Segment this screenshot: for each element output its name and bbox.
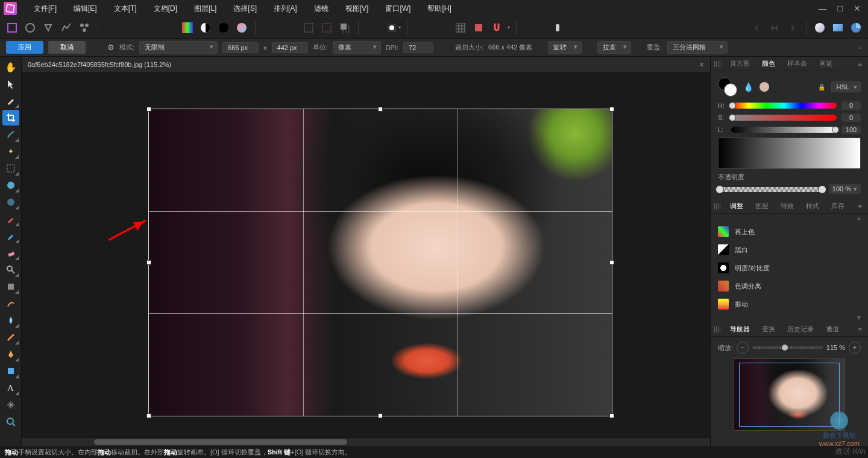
mesh-tool[interactable] (2, 397, 19, 413)
image-canvas[interactable] (148, 109, 612, 416)
lig-value[interactable]: 100 (841, 126, 861, 134)
adjustment-黑白[interactable]: 黑白 (711, 241, 868, 259)
panel-menu-icon[interactable]: ≡ (856, 326, 864, 333)
hand-tool[interactable]: ✋ (2, 59, 19, 75)
autolevels-icon[interactable] (234, 21, 249, 35)
zoom-out-button[interactable]: − (737, 342, 749, 354)
shape-rect-icon[interactable] (831, 21, 845, 35)
assistant-icon[interactable] (550, 21, 565, 35)
horizontal-scrollbar[interactable] (22, 437, 710, 446)
color-swatches[interactable] (718, 77, 737, 97)
canvas-view[interactable] (22, 72, 710, 437)
crop-handle-tm[interactable] (378, 107, 383, 112)
lig-slider[interactable] (731, 127, 837, 133)
shape-tool[interactable] (2, 363, 19, 379)
lock-icon[interactable]: 🔒 (818, 84, 825, 91)
mixer-brush-tool[interactable] (2, 228, 19, 244)
scroll-down-icon[interactable]: ▼ (856, 314, 862, 321)
sat-value[interactable]: 0 (841, 113, 861, 122)
text-tool[interactable]: A (2, 380, 19, 396)
blur-tool[interactable] (2, 313, 19, 328)
zoom-slider[interactable] (752, 346, 823, 349)
menu-filter[interactable]: 滤镜 (306, 1, 337, 16)
menu-edit[interactable]: 编辑[E] (65, 1, 105, 16)
crop-handle-mr[interactable] (609, 260, 614, 265)
crop-width-input[interactable]: 666 px (222, 42, 259, 53)
erase-tool[interactable] (2, 245, 19, 261)
more-options-icon[interactable]: » (858, 44, 862, 51)
color-model-select[interactable]: HSL (831, 81, 861, 92)
tab-layers[interactable]: 图层 (750, 200, 773, 212)
tab-history[interactable]: 历史记录 (782, 323, 819, 336)
zoom-tool[interactable] (2, 414, 19, 430)
adjustment-明度/对比度[interactable]: 明度/对比度 (711, 259, 868, 277)
magic-tool[interactable]: ✦ (2, 144, 19, 159)
recent-color-chip[interactable] (760, 82, 769, 92)
prev-icon[interactable] (749, 21, 764, 35)
opacity-value[interactable]: 100 % (829, 184, 861, 194)
crop-handle-tr[interactable] (609, 107, 614, 112)
flip-h-icon[interactable] (767, 21, 782, 35)
next-icon[interactable] (785, 21, 800, 35)
menu-window[interactable]: 窗口[W] (377, 1, 419, 16)
hue-value[interactable]: 0 (841, 101, 861, 110)
panel-grip-icon[interactable] (714, 326, 720, 332)
sharpen-tool[interactable] (2, 329, 19, 345)
persona-export-icon[interactable] (77, 21, 92, 35)
autowb-icon[interactable] (216, 21, 231, 35)
tab-transform[interactable]: 变换 (757, 323, 780, 336)
tab-brushes[interactable]: 画笔 (814, 57, 837, 70)
close-icon[interactable]: ✕ (854, 4, 861, 13)
apply-button[interactable]: 应用 (6, 41, 43, 54)
crop-handle-bm[interactable] (378, 413, 383, 418)
crop-handle-bl[interactable] (146, 413, 151, 418)
adjustment-色调分离[interactable]: 色调分离 (711, 277, 868, 295)
grid-icon[interactable] (453, 21, 468, 35)
menu-layer[interactable]: 图层[L] (186, 1, 225, 16)
panel-grip-icon[interactable] (714, 61, 720, 67)
shape-pie-icon[interactable] (849, 21, 863, 35)
healing-tool[interactable] (2, 296, 19, 311)
menu-file[interactable]: 文件[F] (25, 1, 65, 16)
opacity-slider[interactable] (718, 187, 824, 192)
crop-tool[interactable] (2, 110, 19, 126)
persona-tone-icon[interactable] (59, 21, 74, 35)
crop-height-input[interactable]: 442 px (272, 42, 308, 53)
panel-menu-icon[interactable]: ≡ (856, 203, 864, 210)
menu-view[interactable]: 视图[V] (337, 1, 377, 16)
unit-select[interactable]: 像素 (333, 41, 381, 54)
persona-liquify-icon[interactable] (23, 21, 37, 35)
menu-select[interactable]: 选择[S] (225, 1, 265, 16)
tab-navigator[interactable]: 导航器 (725, 323, 755, 336)
mode-select[interactable]: 无限制 (139, 41, 218, 54)
marquee-tool[interactable] (2, 161, 19, 176)
brush-tool[interactable] (2, 127, 19, 142)
menu-text[interactable]: 文本[T] (105, 1, 145, 16)
tab-stock[interactable]: 库存 (826, 200, 849, 212)
scroll-up-icon[interactable]: ▲ (856, 215, 862, 221)
tab-styles[interactable]: 样式 (801, 200, 824, 212)
quickmask-icon[interactable]: ▾ (386, 21, 401, 35)
dodge-tool[interactable] (2, 262, 19, 278)
tab-histogram[interactable]: 直方图 (725, 57, 755, 70)
move-tool[interactable] (2, 76, 19, 92)
snap-icon[interactable] (489, 21, 504, 35)
menu-help[interactable]: 帮助[H] (419, 1, 459, 16)
selection-new-icon[interactable] (301, 21, 316, 35)
tab-color[interactable]: 颜色 (757, 57, 780, 70)
panel-grip-icon[interactable] (714, 203, 720, 209)
straighten-button[interactable]: 拉直 (597, 41, 631, 54)
menu-arrange[interactable]: 排列[A] (265, 1, 306, 16)
cancel-button[interactable]: 取消 (48, 41, 86, 54)
flood-tool[interactable] (2, 177, 19, 193)
tab-fx[interactable]: 特效 (776, 200, 799, 212)
dpi-input[interactable]: 72 (403, 42, 433, 53)
tab-close-icon[interactable]: × (699, 60, 704, 69)
rotate-select[interactable]: 旋转 (548, 41, 582, 54)
minimize-icon[interactable]: — (819, 4, 827, 13)
persona-develop-icon[interactable] (41, 21, 55, 35)
alignguide-icon[interactable] (471, 21, 486, 35)
eyedropper-icon[interactable]: 💧 (743, 82, 753, 92)
tab-adjust[interactable]: 调整 (725, 200, 748, 212)
persona-photo-icon[interactable] (5, 21, 19, 35)
